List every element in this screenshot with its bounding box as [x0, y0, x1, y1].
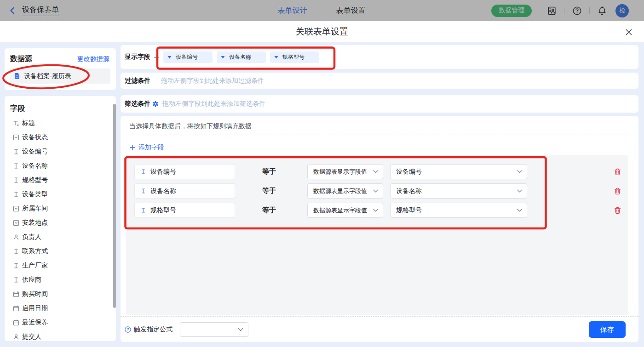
rule-source-select[interactable]: 设备编号: [390, 164, 527, 179]
field-item[interactable]: 提交人: [5, 330, 116, 344]
field-item[interactable]: 规格型号: [5, 173, 116, 187]
notification-bell-icon[interactable]: [597, 5, 608, 16]
rule-target-field[interactable]: 设备名称: [134, 183, 235, 199]
plus-icon: [130, 145, 135, 150]
add-display-field-icon[interactable]: [154, 54, 160, 60]
field-item[interactable]: 启用日期: [5, 301, 116, 315]
filter-dropzone[interactable]: 拖动左侧字段到此处来添加过滤条件: [161, 77, 264, 85]
help-icon[interactable]: [571, 5, 582, 16]
text-field-icon: [13, 148, 19, 155]
data-manage-button[interactable]: 数据管理: [491, 5, 532, 17]
divider: [123, 135, 636, 135]
datasource-item[interactable]: 设备档案-履历表: [10, 68, 110, 84]
text-field-icon: [13, 277, 19, 283]
select-field-icon: [13, 220, 19, 226]
field-item[interactable]: 最近保养: [5, 315, 116, 330]
caret-down-icon: [167, 56, 172, 59]
screen-condition-row: 筛选条件 拖动左侧字段到此处来添加筛选条件: [121, 95, 638, 113]
text-field-icon: [13, 248, 19, 255]
divider: [564, 7, 564, 14]
chevron-down-icon: [517, 189, 522, 193]
display-fields-label: 显示字段: [125, 53, 150, 61]
title-field-icon: [13, 120, 19, 126]
field-item[interactable]: 负责人: [5, 230, 116, 244]
form-title[interactable]: 设备保养单: [22, 5, 59, 16]
close-icon[interactable]: [625, 28, 632, 36]
date-field-icon: [13, 319, 19, 326]
field-item[interactable]: 设备状态: [5, 130, 116, 144]
field-item[interactable]: 设备类型: [5, 187, 116, 201]
text-field-icon: [13, 262, 19, 269]
select-field-icon: [13, 134, 19, 141]
field-list: 标题 设备状态 设备编号 设备名称 规格型号 设备类型: [5, 116, 116, 344]
back-button[interactable]: [7, 6, 17, 16]
gear-icon[interactable]: [152, 101, 159, 107]
field-item[interactable]: 联系方式: [5, 244, 116, 258]
contact-book-icon[interactable]: [546, 5, 557, 16]
topbar: 设备保养单 表单设计 表单设置 数据管理 检: [0, 0, 644, 21]
chevron-down-icon: [373, 209, 378, 212]
rule-source-select[interactable]: 规格型号: [390, 203, 527, 218]
chevron-left-icon: [8, 6, 17, 15]
rules-panel: 设备编号 等于 数据源表显示字段值 设备编号 设备: [126, 155, 628, 315]
person-field-icon: [13, 234, 19, 240]
caret-down-icon: [274, 56, 278, 59]
date-field-icon: [13, 291, 19, 297]
save-button[interactable]: 保存: [589, 321, 626, 338]
rule-operator: 等于: [262, 183, 276, 199]
field-item[interactable]: 设备名称: [5, 159, 116, 173]
datasource-title: 数据源: [10, 54, 32, 64]
field-item[interactable]: 所属车间: [5, 201, 116, 216]
rule-mode-select[interactable]: 数据源表显示字段值: [307, 203, 383, 218]
rule-row: 设备名称 等于 数据源表显示字段值 设备名称: [126, 183, 628, 199]
fill-rules-hint: 当选择具体数据后，将按如下规则填充数据: [129, 122, 252, 131]
display-field-tags: 设备编号 设备名称 规格型号: [163, 51, 319, 63]
person-field-icon: [13, 334, 19, 340]
datasource-card: 数据源 更改数据源 设备档案-履历表: [5, 48, 116, 90]
display-field-tag[interactable]: 设备名称: [217, 51, 266, 63]
field-item[interactable]: 生产厂家: [5, 258, 116, 273]
display-field-tag[interactable]: 设备编号: [163, 51, 213, 63]
tab-form-design[interactable]: 表单设计: [278, 6, 307, 16]
delete-rule-icon[interactable]: [614, 188, 621, 195]
rule-source-select[interactable]: 设备名称: [390, 183, 527, 199]
rule-target-field[interactable]: 设备编号: [134, 164, 235, 179]
rule-mode-select[interactable]: 数据源表显示字段值: [307, 164, 383, 179]
fields-title: 字段: [5, 96, 116, 114]
chevron-down-icon: [373, 170, 378, 173]
formula-label: 触发指定公式: [134, 325, 172, 334]
screen-dropzone[interactable]: 拖动左侧字段到此处来添加筛选条件: [162, 100, 265, 108]
formula-select[interactable]: [180, 322, 248, 337]
delete-rule-icon[interactable]: [614, 207, 621, 214]
field-item[interactable]: 设备编号: [5, 144, 116, 159]
question-circle-icon: [125, 326, 131, 333]
user-avatar[interactable]: 检: [615, 4, 629, 17]
date-field-icon: [13, 305, 19, 312]
field-item[interactable]: 购买时间: [5, 287, 116, 301]
topbar-tabs: 表单设计 表单设置: [278, 0, 366, 21]
text-field-icon: [140, 188, 146, 194]
document-icon: [14, 73, 20, 80]
field-item[interactable]: 供应商: [5, 273, 116, 287]
text-field-icon: [13, 191, 19, 198]
add-field-button[interactable]: 添加字段: [130, 143, 164, 152]
delete-rule-icon[interactable]: [614, 168, 621, 176]
change-datasource-link[interactable]: 更改数据源: [77, 55, 109, 63]
modal-header: 关联表单设置: [0, 21, 644, 42]
fields-card: 字段 标题 设备状态 设备编号 设备名称 规格型号: [5, 96, 116, 341]
chevron-down-icon: [517, 170, 522, 173]
tab-form-settings[interactable]: 表单设置: [336, 6, 366, 16]
rule-row: 设备编号 等于 数据源表显示字段值 设备编号: [126, 164, 628, 179]
field-item[interactable]: 安装地点: [5, 216, 116, 230]
divider: [589, 7, 590, 14]
text-field-icon: [140, 207, 146, 213]
field-item[interactable]: 标题: [5, 116, 116, 130]
filter-condition-label: 过滤条件: [125, 77, 150, 85]
scrollbar-thumb[interactable]: [113, 104, 116, 308]
display-field-tag[interactable]: 规格型号: [270, 51, 319, 63]
filter-condition-row: 过滤条件 拖动左侧字段到此处来添加过滤条件: [121, 73, 638, 89]
rule-target-field[interactable]: 规格型号: [134, 203, 235, 218]
chevron-down-icon: [517, 209, 522, 212]
modal-title: 关联表单设置: [0, 21, 644, 42]
rule-mode-select[interactable]: 数据源表显示字段值: [307, 183, 383, 199]
